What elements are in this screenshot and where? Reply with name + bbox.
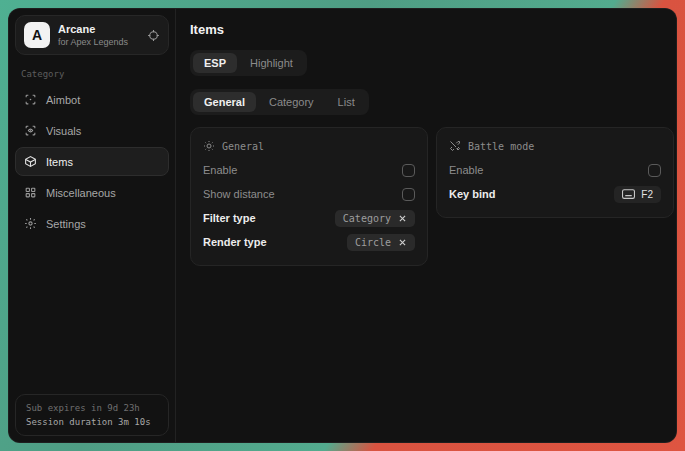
battle-mode-panel: Battle mode Enable Key bind F2: [436, 127, 674, 218]
category-section-label: Category: [21, 69, 163, 79]
page-title: Items: [190, 22, 674, 37]
sidebar-item-label: Settings: [46, 218, 86, 230]
setting-label: Key bind: [449, 188, 495, 200]
app-name: Arcane: [58, 23, 139, 35]
sidebar-item-label: Items: [46, 156, 73, 168]
app-window: A Arcane for Apex Legends Category Aimbo…: [8, 8, 677, 443]
tab-highlight[interactable]: Highlight: [239, 53, 304, 73]
sidebar-item-label: Visuals: [46, 125, 81, 137]
setting-label: Show distance: [203, 188, 275, 200]
subscription-info-card: Sub expires in 9d 23h Session duration 3…: [15, 394, 169, 436]
filter-type-tag[interactable]: Category: [335, 210, 415, 227]
tab-list[interactable]: List: [327, 92, 366, 112]
setting-row-show-distance: Show distance: [203, 182, 415, 206]
sidebar-item-label: Aimbot: [46, 94, 80, 106]
setting-row-render-type: Render type Circle: [203, 230, 415, 254]
session-duration-text: Session duration 3m 10s: [26, 417, 158, 427]
setting-row-battle-enable: Enable: [449, 158, 661, 182]
filter-type-value: Category: [343, 213, 391, 224]
battle-enable-checkbox[interactable]: [648, 164, 661, 177]
mode-tab-group: ESP Highlight: [190, 50, 307, 76]
enable-checkbox[interactable]: [402, 164, 415, 177]
show-distance-checkbox[interactable]: [402, 188, 415, 201]
render-type-value: Circle: [355, 237, 391, 248]
keybind-value: F2: [641, 189, 653, 200]
app-subtitle: for Apex Legends: [58, 37, 139, 47]
app-meta: Arcane for Apex Legends: [58, 23, 139, 47]
keyboard-icon: [622, 189, 635, 199]
sidebar-item-items[interactable]: Items: [15, 147, 169, 176]
sidebar-item-aimbot[interactable]: Aimbot: [15, 85, 169, 114]
tab-esp[interactable]: ESP: [193, 53, 237, 73]
setting-label: Enable: [449, 164, 483, 176]
sidebar-item-visuals[interactable]: Visuals: [15, 116, 169, 145]
general-panel: General Enable Show distance Filter type…: [190, 127, 428, 266]
setting-label: Enable: [203, 164, 237, 176]
grid-icon: [24, 186, 37, 199]
swords-icon: [449, 140, 461, 152]
panels-row: General Enable Show distance Filter type…: [190, 127, 674, 266]
sidebar-item-label: Miscellaneous: [46, 187, 116, 199]
general-panel-header: General: [203, 140, 415, 152]
tab-category[interactable]: Category: [258, 92, 325, 112]
general-panel-title: General: [222, 141, 264, 152]
setting-row-key-bind: Key bind F2: [449, 182, 661, 206]
sub-expires-text: Sub expires in 9d 23h: [26, 403, 158, 413]
remove-icon[interactable]: [398, 214, 407, 223]
keybind-button[interactable]: F2: [614, 186, 661, 203]
tab-general[interactable]: General: [193, 92, 256, 112]
main-content: Items ESP Highlight General Category Lis…: [176, 9, 677, 442]
crosshair-icon[interactable]: [147, 29, 160, 42]
sidebar-nav: Aimbot Visuals Items Miscellaneous: [15, 85, 169, 238]
package-icon: [24, 155, 37, 168]
scan-eye-icon: [24, 124, 37, 137]
setting-label: Render type: [203, 236, 267, 248]
app-header-card: A Arcane for Apex Legends: [15, 15, 169, 55]
sidebar-spacer: [15, 238, 169, 394]
sidebar-item-miscellaneous[interactable]: Miscellaneous: [15, 178, 169, 207]
aim-frame-icon: [24, 93, 37, 106]
sidebar: A Arcane for Apex Legends Category Aimbo…: [9, 9, 176, 442]
sidebar-item-settings[interactable]: Settings: [15, 209, 169, 238]
view-tab-group: General Category List: [190, 89, 369, 115]
setting-label: Filter type: [203, 212, 256, 224]
battle-mode-panel-title: Battle mode: [468, 141, 534, 152]
setting-row-enable: Enable: [203, 158, 415, 182]
app-logo: A: [24, 22, 50, 48]
remove-icon[interactable]: [398, 238, 407, 247]
setting-row-filter-type: Filter type Category: [203, 206, 415, 230]
battle-mode-panel-header: Battle mode: [449, 140, 661, 152]
gear-icon: [24, 217, 37, 230]
render-type-tag[interactable]: Circle: [347, 234, 415, 251]
sun-icon: [203, 140, 215, 152]
